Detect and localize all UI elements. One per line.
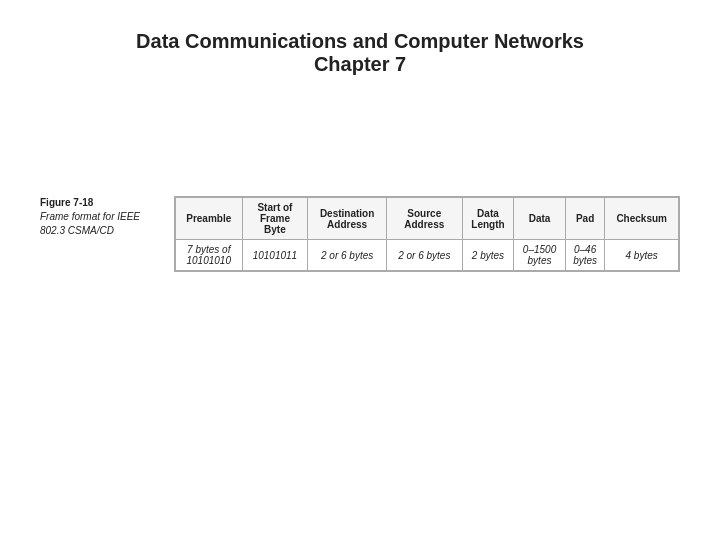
col-header-5: Data (514, 198, 566, 240)
col-header-7: Checksum (605, 198, 679, 240)
col-data-6: 0–46bytes (565, 240, 605, 271)
col-header-6: Pad (565, 198, 605, 240)
col-data-7: 4 bytes (605, 240, 679, 271)
col-data-0: 7 bytes of10101010 (176, 240, 243, 271)
title-block: Data Communications and Computer Network… (40, 30, 680, 76)
col-header-2: DestinationAddress (308, 198, 387, 240)
col-header-1: Start ofFrameByte (242, 198, 308, 240)
table-data-row: 7 bytes of10101010101010112 or 6 bytes2 … (176, 240, 679, 271)
frame-format-table: PreambleStart ofFrameByteDestinationAddr… (174, 196, 680, 272)
sub-title: Chapter 7 (40, 53, 680, 76)
col-header-4: DataLength (462, 198, 514, 240)
col-data-3: 2 or 6 bytes (386, 240, 462, 271)
ieee-table: PreambleStart ofFrameByteDestinationAddr… (175, 197, 679, 271)
figure-description: Frame format for IEEE 802.3 CSMA/CD (40, 210, 160, 238)
figure-area: Figure 7-18 Frame format for IEEE 802.3 … (40, 196, 680, 272)
figure-caption: Figure 7-18 Frame format for IEEE 802.3 … (40, 196, 160, 238)
col-data-4: 2 bytes (462, 240, 514, 271)
main-title: Data Communications and Computer Network… (40, 30, 680, 53)
col-data-5: 0–1500bytes (514, 240, 566, 271)
col-header-0: Preamble (176, 198, 243, 240)
col-data-1: 10101011 (242, 240, 308, 271)
page: Data Communications and Computer Network… (0, 0, 720, 540)
col-data-2: 2 or 6 bytes (308, 240, 387, 271)
col-header-3: SourceAddress (386, 198, 462, 240)
figure-label: Figure 7-18 (40, 196, 160, 210)
table-header-row: PreambleStart ofFrameByteDestinationAddr… (176, 198, 679, 240)
